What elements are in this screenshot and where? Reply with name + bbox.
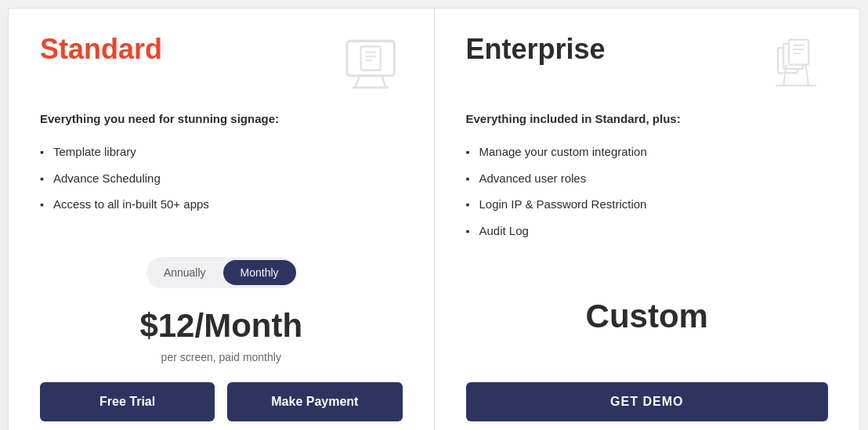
standard-header: Standard xyxy=(40,34,403,96)
svg-rect-16 xyxy=(789,40,808,65)
feature-item: Manage your custom integration xyxy=(466,139,829,166)
free-trial-button[interactable]: Free Trial xyxy=(40,382,215,421)
get-demo-button[interactable]: GET DEMO xyxy=(466,382,829,421)
pricing-container: Standard Everything you need for stunnin… xyxy=(8,8,860,430)
price-amount: $12/Month xyxy=(139,307,302,344)
enterprise-bottom: Custom GET DEMO xyxy=(466,266,829,421)
standard-subtitle: Everything you need for stunning signage… xyxy=(40,112,403,125)
enterprise-icon xyxy=(765,34,828,96)
svg-rect-4 xyxy=(360,46,380,70)
standard-buttons: Free Trial Make Payment xyxy=(40,382,403,421)
custom-price: Custom xyxy=(466,266,829,382)
enterprise-plan-card: Enterprise Everything included in xyxy=(435,9,860,430)
make-payment-button[interactable]: Make Payment xyxy=(227,382,402,421)
enterprise-subtitle: Everything included in Standard, plus: xyxy=(466,112,829,125)
monthly-toggle[interactable]: Monthly xyxy=(223,260,296,285)
svg-line-22 xyxy=(806,65,809,86)
feature-item: Advance Scheduling xyxy=(40,166,403,193)
feature-item: Advanced user roles xyxy=(466,166,829,193)
standard-features-list: Template library Advance Scheduling Acce… xyxy=(40,139,403,235)
standard-title: Standard xyxy=(40,34,162,65)
svg-line-1 xyxy=(355,76,359,88)
standard-icon xyxy=(340,34,403,96)
price-note: per screen, paid monthly xyxy=(40,351,403,363)
standard-plan-card: Standard Everything you need for stunnin… xyxy=(9,9,435,430)
feature-item: Audit Log xyxy=(466,219,829,245)
price-section: $12/Month xyxy=(40,307,403,345)
feature-item: Template library xyxy=(40,139,403,166)
annually-toggle[interactable]: Annually xyxy=(146,260,223,285)
feature-item: Access to all in-built 50+ apps xyxy=(40,192,403,219)
feature-item: Login IP & Password Restriction xyxy=(466,192,829,219)
billing-toggle: Annually Monthly xyxy=(146,257,295,288)
enterprise-title: Enterprise xyxy=(466,34,606,65)
svg-line-2 xyxy=(382,76,385,88)
enterprise-header: Enterprise xyxy=(466,34,829,96)
enterprise-features-list: Manage your custom integration Advanced … xyxy=(466,139,829,244)
